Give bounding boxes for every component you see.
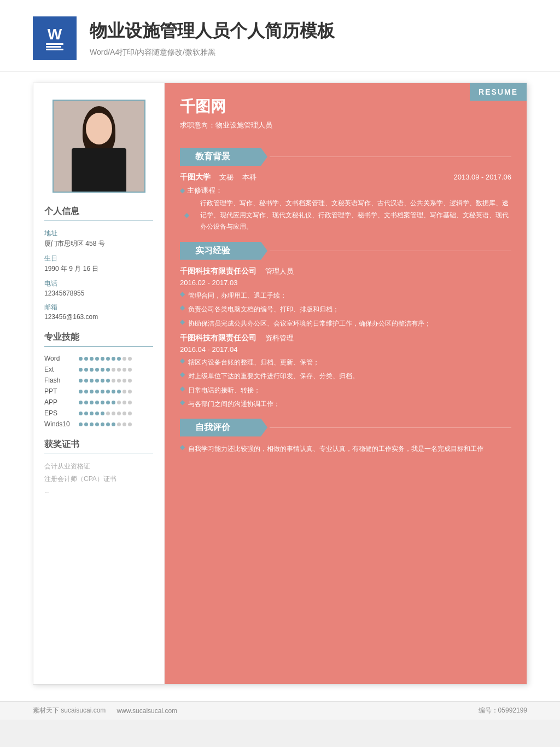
main-courses-title: ◆ 主修课程：: [180, 186, 511, 195]
birthday-label: 生日: [44, 254, 153, 263]
resume-badge: RESUME: [470, 83, 527, 101]
exp-role: 资料管理: [265, 333, 294, 343]
exp-item: ◆辖区内设备台账的整理、归档、更新、保管；: [180, 357, 511, 368]
courses-item: ◆ 行政管理学、写作、秘书学、文书档案管理、文秘英语写作、古代汉语、公共关系学、…: [184, 198, 511, 233]
bottom-code: 编号：05992199: [479, 706, 527, 715]
resume-page: 个人信息 地址 厦门市思明区 458 号 生日 1990 年 9 月 16 日 …: [33, 83, 527, 685]
diamond-icon: ◆: [180, 187, 185, 194]
email-value: 123456@163.com: [44, 313, 153, 321]
bottom-bar: 素材天下 sucaisucai.com www.sucaisucai.com 编…: [0, 701, 560, 720]
resume-name: 千图网: [180, 96, 511, 117]
right-content: 教育背景 千图大学 文秘 本科 2013.09 - 2017.06 ◆ 主修课程…: [165, 148, 527, 468]
education-header-line: [270, 157, 511, 157]
education-title: 教育背景: [180, 148, 267, 166]
job-intention: 求职意向：物业设施管理人员: [180, 120, 511, 130]
skill-dots: [79, 357, 132, 361]
exp-company: 千图科技有限责任公司: [180, 267, 256, 276]
birthday-value: 1990 年 9 月 16 日: [44, 264, 153, 274]
exp-item: ◆管理合同，办理用工、退工手续；: [180, 290, 511, 301]
word-icon: W: [33, 16, 77, 60]
award-item: 会计从业资格证: [44, 462, 153, 471]
bottom-site: www.sucaisucai.com: [116, 707, 177, 715]
exp-company: 千图科技有限责任公司: [180, 333, 256, 343]
exp-item-text: 负责公司各类电脑文档的编号、打印、排版和归档；: [188, 304, 511, 315]
self-eval-item: ◆ 自我学习能力还比较强的，相做的事情认真、专业认真，有稳健的工作实务，我是一名…: [180, 443, 511, 455]
skills-section: WordExtFlashPPTAPPEPSWinds10: [44, 355, 153, 428]
address-label: 地址: [44, 229, 153, 238]
sub-title: Word/A4打印/内容随意修改/微软雅黑: [90, 48, 335, 57]
skill-row: Ext: [44, 366, 153, 373]
exp-company-row: 千图科技有限责任公司资料管理: [180, 333, 511, 343]
award-item: ...: [44, 487, 153, 495]
jobs-container: 千图科技有限责任公司管理人员2016.02 - 2017.03◆管理合同，办理用…: [180, 267, 511, 410]
job-entry: 千图科技有限责任公司管理人员2016.02 - 2017.03◆管理合同，办理用…: [180, 267, 511, 329]
phone-label: 电话: [44, 279, 153, 288]
exp-item-text: 日常电话的接听、转接；: [188, 385, 511, 396]
phone-value: 12345678955: [44, 289, 153, 297]
award-item: 注册会计师（CPA）证书: [44, 474, 153, 484]
skill-row: PPT: [44, 387, 153, 395]
self-eval-section-header: 自我评价: [180, 419, 511, 437]
skill-name: EPS: [44, 409, 74, 417]
skill-dots: [79, 368, 132, 372]
edu-degree: 本科: [242, 172, 256, 182]
right-top: RESUME 千图网 求职意向：物业设施管理人员: [165, 83, 527, 139]
diamond-icon2: ◆: [184, 211, 189, 219]
experience-section-header: 实习经验: [180, 242, 511, 260]
exp-item: ◆协助保洁员完成公共办公区、会议室环境的日常维护工作，确保办公区的整洁有序；: [180, 318, 511, 329]
exp-item: ◆与各部门之间的沟通协调工作；: [180, 398, 511, 409]
right-panel: RESUME 千图网 求职意向：物业设施管理人员 教育背景 千图大学 文秘 本科…: [165, 83, 527, 684]
awards-list: 会计从业资格证注册会计师（CPA）证书...: [44, 462, 153, 495]
email-label: 邮箱: [44, 303, 153, 312]
skill-row: APP: [44, 398, 153, 406]
diamond-icon: ◆: [180, 385, 185, 392]
diamond-icon: ◆: [180, 304, 185, 311]
person-photo: [54, 101, 144, 192]
job-entry: 千图科技有限责任公司资料管理2016.04 - 2017.04◆辖区内设备台账的…: [180, 333, 511, 410]
exp-item: ◆日常电话的接听、转接；: [180, 385, 511, 396]
exp-item-text: 协助保洁员完成公共办公区、会议室环境的日常维护工作，确保办公区的整洁有序；: [188, 318, 511, 329]
resume-wrapper: 个人信息 地址 厦门市思明区 458 号 生日 1990 年 9 月 16 日 …: [0, 72, 560, 701]
exp-item-text: 管理合同，办理用工、退工手续；: [188, 290, 511, 301]
self-eval-section: ◆ 自我学习能力还比较强的，相做的事情认真、专业认真，有稳健的工作实务，我是一名…: [180, 443, 511, 455]
skill-name: Winds10: [44, 420, 74, 428]
edu-row: 千图大学 文秘 本科 2013.09 - 2017.06: [180, 172, 511, 182]
edu-school: 千图大学: [180, 172, 211, 182]
skill-name: PPT: [44, 387, 74, 395]
photo-box: [52, 100, 145, 193]
exp-item-text: 与各部门之间的沟通协调工作；: [188, 398, 511, 409]
experience-header-line: [270, 251, 511, 251]
edu-major: 文秘: [219, 172, 234, 182]
job-intention-value: 物业设施管理人员: [215, 121, 272, 129]
education-section-header: 教育背景: [180, 148, 511, 166]
exp-date: 2016.04 - 2017.04: [180, 345, 511, 354]
skill-name: Flash: [44, 377, 74, 384]
exp-item-text: 对上级单位下达的重要文件进行印发、保存、分类、归档。: [188, 370, 511, 381]
bottom-logo: 素材天下 sucaisucai.com: [33, 706, 106, 715]
left-panel: 个人信息 地址 厦门市思明区 458 号 生日 1990 年 9 月 16 日 …: [33, 83, 165, 684]
exp-item: ◆负责公司各类电脑文档的编号、打印、排版和归档；: [180, 304, 511, 315]
awards-title: 获奖证书: [44, 439, 153, 454]
skill-dots: [79, 390, 132, 393]
top-header: W 物业设施管理人员个人简历模板 Word/A4打印/内容随意修改/微软雅黑: [0, 0, 560, 72]
self-eval-text: 自我学习能力还比较强的，相做的事情认真、专业认真，有稳健的工作实务，我是一名完成…: [188, 443, 483, 455]
skill-row: Word: [44, 355, 153, 362]
exp-role: 管理人员: [265, 267, 294, 276]
header-text-block: 物业设施管理人员个人简历模板 Word/A4打印/内容随意修改/微软雅黑: [90, 19, 335, 57]
diamond-icon: ◆: [180, 398, 185, 406]
exp-date: 2016.02 - 2017.03: [180, 279, 511, 287]
skill-name: Word: [44, 355, 74, 362]
diamond-icon: ◆: [180, 370, 185, 378]
skill-dots: [79, 379, 132, 383]
word-w-letter: W: [48, 27, 62, 42]
self-eval-header-line: [270, 427, 511, 428]
job-intention-label: 求职意向：: [180, 121, 215, 129]
diamond-icon-eval: ◆: [180, 443, 185, 451]
diamond-icon: ◆: [180, 357, 185, 364]
main-title: 物业设施管理人员个人简历模板: [90, 19, 335, 43]
experience-title: 实习经验: [180, 242, 267, 260]
skill-dots: [79, 422, 132, 426]
edu-date: 2013.09 - 2017.06: [453, 173, 511, 181]
skill-name: APP: [44, 398, 74, 406]
skill-row: EPS: [44, 409, 153, 417]
